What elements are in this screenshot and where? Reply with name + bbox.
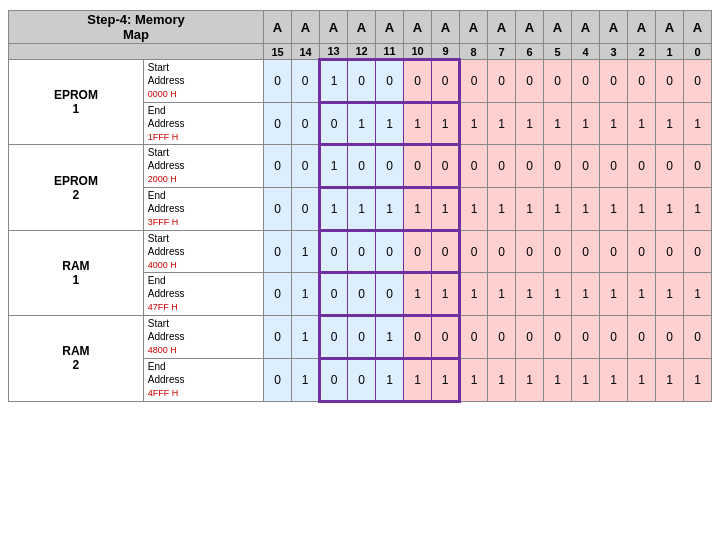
cell-2-1-7: 1	[460, 273, 488, 316]
col-letter-3: A	[348, 11, 376, 44]
cell-0-1-6: 1	[432, 102, 460, 145]
cell-3-0-7: 0	[460, 316, 488, 359]
cell-1-0-1: 0	[292, 145, 320, 188]
cell-0-0-3: 0	[348, 60, 376, 103]
cell-2-0-3: 0	[348, 230, 376, 273]
cell-0-0-2: 1	[320, 60, 348, 103]
cell-3-1-4: 1	[376, 358, 404, 401]
cell-2-0-4: 0	[376, 230, 404, 273]
cell-1-1-9: 1	[516, 188, 544, 231]
cell-2-0-5: 0	[404, 230, 432, 273]
col-number-0: 15	[264, 44, 292, 60]
cell-0-1-8: 1	[488, 102, 516, 145]
cell-0-1-13: 1	[628, 102, 656, 145]
col-letter-2: A	[320, 11, 348, 44]
cell-3-0-15: 0	[684, 316, 712, 359]
col-number-6: 9	[432, 44, 460, 60]
device-label-0: EPROM1	[9, 60, 144, 145]
cell-3-1-15: 1	[684, 358, 712, 401]
col-letter-15: A	[684, 11, 712, 44]
cell-3-0-4: 1	[376, 316, 404, 359]
cell-3-1-11: 1	[572, 358, 600, 401]
cell-0-0-8: 0	[488, 60, 516, 103]
cell-0-1-10: 1	[544, 102, 572, 145]
col-number-3: 12	[348, 44, 376, 60]
cell-2-0-7: 0	[460, 230, 488, 273]
data-row: EPROM2StartAddress2000 H0010000000000000	[9, 145, 712, 188]
addr-label-3-1: EndAddress4FFF H	[143, 358, 263, 401]
cell-2-1-10: 1	[544, 273, 572, 316]
cell-1-0-12: 0	[600, 145, 628, 188]
cell-1-0-2: 1	[320, 145, 348, 188]
cell-3-0-3: 0	[348, 316, 376, 359]
col-letter-10: A	[544, 11, 572, 44]
cell-0-1-15: 1	[684, 102, 712, 145]
data-row: RAM2StartAddress4800 H0100100000000000	[9, 316, 712, 359]
cell-0-1-9: 1	[516, 102, 544, 145]
cell-0-1-0: 0	[264, 102, 292, 145]
cell-1-1-13: 1	[628, 188, 656, 231]
cell-1-1-6: 1	[432, 188, 460, 231]
cell-3-0-12: 0	[600, 316, 628, 359]
cell-0-0-12: 0	[600, 60, 628, 103]
col-number-7: 8	[460, 44, 488, 60]
col-number-2: 13	[320, 44, 348, 60]
cell-1-0-14: 0	[656, 145, 684, 188]
cell-2-0-2: 0	[320, 230, 348, 273]
cell-3-1-3: 0	[348, 358, 376, 401]
step-cell: Step-4: MemoryMap	[9, 11, 264, 44]
col-number-10: 5	[544, 44, 572, 60]
cell-3-1-6: 1	[432, 358, 460, 401]
cell-3-0-10: 0	[544, 316, 572, 359]
cell-0-1-7: 1	[460, 102, 488, 145]
cell-1-0-9: 0	[516, 145, 544, 188]
cell-0-0-10: 0	[544, 60, 572, 103]
col-letter-0: A	[264, 11, 292, 44]
cell-0-1-2: 0	[320, 102, 348, 145]
cell-3-0-0: 0	[264, 316, 292, 359]
cell-1-1-12: 1	[600, 188, 628, 231]
cell-0-0-5: 0	[404, 60, 432, 103]
cell-2-0-0: 0	[264, 230, 292, 273]
cell-1-1-10: 1	[544, 188, 572, 231]
cell-2-0-13: 0	[628, 230, 656, 273]
cell-0-0-13: 0	[628, 60, 656, 103]
cell-3-1-13: 1	[628, 358, 656, 401]
cell-1-1-4: 1	[376, 188, 404, 231]
col-number-12: 3	[600, 44, 628, 60]
data-row: RAM1StartAddress4000 H0100000000000000	[9, 230, 712, 273]
cell-0-0-14: 0	[656, 60, 684, 103]
cell-2-1-5: 1	[404, 273, 432, 316]
cell-2-1-6: 1	[432, 273, 460, 316]
cell-0-1-1: 0	[292, 102, 320, 145]
col-letter-1: A	[292, 11, 320, 44]
addr-label-1-0: StartAddress2000 H	[143, 145, 263, 188]
cell-1-0-11: 0	[572, 145, 600, 188]
page-wrapper: Step-4: MemoryMap AAAAAAAAAAAAAAAA 15141…	[0, 0, 720, 409]
cell-1-1-15: 1	[684, 188, 712, 231]
cell-2-1-0: 0	[264, 273, 292, 316]
cell-3-1-8: 1	[488, 358, 516, 401]
cell-3-0-6: 0	[432, 316, 460, 359]
cell-2-0-12: 0	[600, 230, 628, 273]
cell-2-1-12: 1	[600, 273, 628, 316]
cell-0-0-9: 0	[516, 60, 544, 103]
col-letter-11: A	[572, 11, 600, 44]
header-row-letters: Step-4: MemoryMap AAAAAAAAAAAAAAAA	[9, 11, 712, 44]
cell-3-0-9: 0	[516, 316, 544, 359]
cell-2-1-15: 1	[684, 273, 712, 316]
cell-0-1-3: 1	[348, 102, 376, 145]
col-letter-13: A	[628, 11, 656, 44]
addr-label-1-1: EndAddress3FFF H	[143, 188, 263, 231]
cell-3-0-14: 0	[656, 316, 684, 359]
cell-1-0-4: 0	[376, 145, 404, 188]
cell-1-1-2: 1	[320, 188, 348, 231]
cell-0-1-12: 1	[600, 102, 628, 145]
empty-header	[9, 44, 264, 60]
cell-2-0-6: 0	[432, 230, 460, 273]
cell-3-1-1: 1	[292, 358, 320, 401]
col-number-8: 7	[488, 44, 516, 60]
col-letter-4: A	[376, 11, 404, 44]
col-letter-5: A	[404, 11, 432, 44]
cell-0-1-5: 1	[404, 102, 432, 145]
